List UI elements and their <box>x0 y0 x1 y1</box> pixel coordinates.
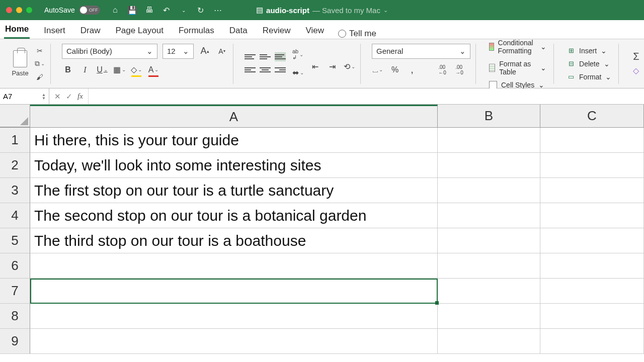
align-top[interactable] <box>245 52 256 61</box>
increase-decimal-button[interactable]: .00←0 <box>436 64 448 76</box>
cell-b3[interactable] <box>438 178 540 203</box>
bold-button[interactable]: B <box>62 64 74 76</box>
wrap-text-button[interactable]: ab↲ <box>292 49 304 61</box>
autosave-toggle[interactable]: OFF <box>79 6 100 15</box>
row-header[interactable]: 3 <box>0 178 30 203</box>
formula-input[interactable] <box>88 88 644 104</box>
cell-a8[interactable] <box>30 304 438 329</box>
tab-draw[interactable]: Draw <box>79 23 102 39</box>
row-header[interactable]: 2 <box>0 153 30 178</box>
row-header[interactable]: 9 <box>0 329 30 354</box>
font-color-button[interactable]: A <box>147 64 159 76</box>
cell-a4[interactable]: The second stop on our tour is a botanic… <box>30 203 438 228</box>
enter-formula-icon[interactable]: ✓ <box>66 92 72 101</box>
tab-page-layout[interactable]: Page Layout <box>114 23 164 39</box>
undo-icon[interactable]: ↶ <box>162 5 172 15</box>
format-as-table-button[interactable]: Format as Table ⌄ <box>487 58 548 77</box>
cancel-formula-icon[interactable]: ✕ <box>54 92 61 101</box>
align-left[interactable] <box>245 65 256 74</box>
cell-a7[interactable] <box>30 279 438 304</box>
cell-c4[interactable] <box>540 203 644 228</box>
cell-c1[interactable] <box>540 128 644 153</box>
cell-a2[interactable]: Today, we'll look into some interesting … <box>30 153 438 178</box>
row-header[interactable]: 7 <box>0 279 30 304</box>
redo-icon[interactable]: ↻ <box>196 5 206 15</box>
name-box[interactable]: A7 ▲▼ <box>0 88 49 104</box>
decrease-font-icon[interactable]: A▾ <box>216 45 228 57</box>
cell-c3[interactable] <box>540 178 644 203</box>
align-bottom[interactable] <box>275 52 286 61</box>
clear-button[interactable]: ◇ <box>630 65 642 77</box>
zoom-window[interactable] <box>26 7 32 13</box>
cell-b7[interactable] <box>438 279 540 304</box>
tab-home[interactable]: Home <box>4 21 30 39</box>
tab-insert[interactable]: Insert <box>43 23 66 39</box>
print-icon[interactable]: 🖶 <box>144 5 154 15</box>
row-header[interactable]: 4 <box>0 203 30 228</box>
namebox-stepper[interactable]: ▲▼ <box>42 93 46 100</box>
delete-cells-button[interactable]: ⊟Delete ⌄ <box>565 58 613 69</box>
column-header-b[interactable]: B <box>438 105 540 127</box>
cell-a3[interactable]: The first stop on our tour is a turtle s… <box>30 178 438 203</box>
document-title[interactable]: ▤ audio-script — Saved to my Mac ⌄ <box>256 6 388 15</box>
decrease-indent-icon[interactable]: ⇤ <box>309 61 321 73</box>
cell-b6[interactable] <box>438 253 540 279</box>
cell-c7[interactable] <box>540 279 644 304</box>
font-name-select[interactable]: Calibri (Body)⌄ <box>62 44 157 59</box>
column-header-c[interactable]: C <box>540 105 644 127</box>
align-center[interactable] <box>260 65 271 74</box>
autosum-button[interactable]: Σ <box>630 51 642 63</box>
cell-a9[interactable] <box>30 329 438 354</box>
select-all-corner[interactable] <box>0 105 30 127</box>
align-middle[interactable] <box>260 52 271 61</box>
column-header-a[interactable]: A <box>30 105 438 127</box>
more-icon[interactable]: ⋯ <box>213 5 223 15</box>
cell-b1[interactable] <box>438 128 540 153</box>
cell-b2[interactable] <box>438 153 540 178</box>
percent-format-button[interactable]: % <box>389 64 401 76</box>
underline-button[interactable]: U <box>96 64 108 76</box>
font-size-select[interactable]: 12⌄ <box>163 44 194 59</box>
cell-a6[interactable] <box>30 253 438 279</box>
row-header[interactable]: 1 <box>0 128 30 153</box>
row-header[interactable]: 5 <box>0 228 30 253</box>
number-format-select[interactable]: General⌄ <box>372 44 470 59</box>
tab-formulas[interactable]: Formulas <box>178 23 215 39</box>
cell-b4[interactable] <box>438 203 540 228</box>
copy-icon[interactable]: ⧉ <box>34 59 45 68</box>
format-cells-button[interactable]: ▭Format ⌄ <box>565 71 613 82</box>
insert-cells-button[interactable]: ⊞Insert ⌄ <box>565 45 613 56</box>
increase-font-icon[interactable]: A▴ <box>199 45 211 57</box>
orientation-button[interactable]: ⟲ <box>343 61 355 73</box>
paste-button[interactable]: Paste <box>9 50 31 77</box>
tab-view[interactable]: View <box>304 23 325 39</box>
save-icon[interactable]: 💾 <box>127 5 137 15</box>
cell-b8[interactable] <box>438 304 540 329</box>
cell-a1[interactable]: Hi there, this is your tour guide <box>30 128 438 153</box>
cell-a5[interactable]: The third stop on our tour is a boathous… <box>30 228 438 253</box>
cut-icon[interactable]: ✂ <box>34 46 45 55</box>
row-header[interactable]: 8 <box>0 304 30 329</box>
increase-indent-icon[interactable]: ⇥ <box>326 61 338 73</box>
cell-c8[interactable] <box>540 304 644 329</box>
italic-button[interactable]: I <box>79 64 91 76</box>
borders-button[interactable]: ▦ <box>113 64 125 76</box>
tab-review[interactable]: Review <box>262 23 292 39</box>
cell-c9[interactable] <box>540 329 644 354</box>
cell-c6[interactable] <box>540 253 644 279</box>
tab-data[interactable]: Data <box>228 23 249 39</box>
align-right[interactable] <box>275 65 286 74</box>
cell-b5[interactable] <box>438 228 540 253</box>
accounting-format-button[interactable]: ⎵ <box>372 64 384 76</box>
fx-icon[interactable]: fx <box>77 92 83 101</box>
undo-dropdown-icon[interactable]: ⌄ <box>179 5 189 15</box>
fill-color-button[interactable]: ◇ <box>130 64 142 76</box>
close-window[interactable] <box>6 7 12 13</box>
minimize-window[interactable] <box>16 7 22 13</box>
conditional-formatting-button[interactable]: Conditional Formatting ⌄ <box>487 37 548 56</box>
tell-me[interactable]: Tell me <box>338 29 376 39</box>
cell-c2[interactable] <box>540 153 644 178</box>
home-icon[interactable]: ⌂ <box>110 5 120 15</box>
decrease-decimal-button[interactable]: .00→0 <box>453 64 465 76</box>
merge-button[interactable]: ⬌ <box>292 67 304 79</box>
